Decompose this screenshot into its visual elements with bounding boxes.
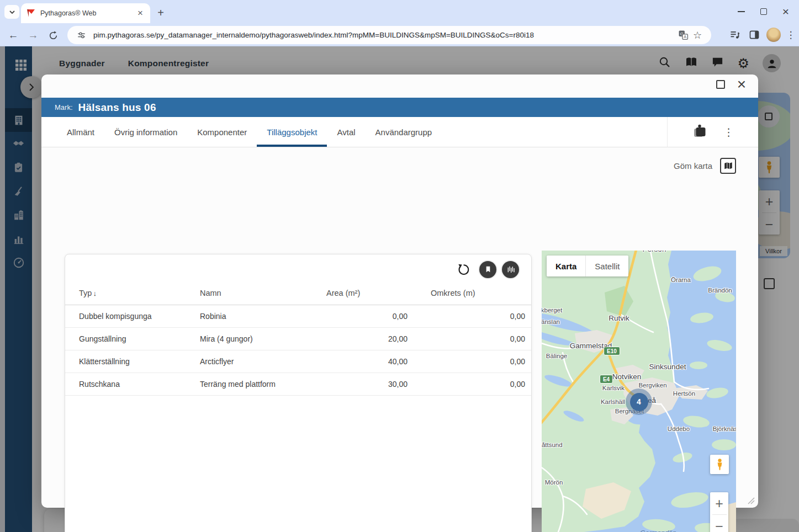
map-label-b-linge: Bälinge — [546, 353, 567, 359]
tab-vrig-information[interactable]: Övrig information — [104, 117, 187, 147]
map-cluster-marker[interactable]: 4 — [626, 389, 652, 415]
cluster-count: 4 — [630, 393, 648, 411]
map-label-pers-n: Persön — [643, 251, 666, 253]
cell-omkrets: 0,00 — [408, 312, 525, 321]
forward-button[interactable]: → — [25, 28, 41, 43]
dialog-close-button[interactable]: × — [737, 80, 746, 89]
map-label-notviken: Notviken — [612, 373, 642, 381]
tab-avtal[interactable]: Avtal — [327, 117, 365, 147]
tab-close-icon[interactable]: × — [136, 8, 145, 19]
map-zoom-control: + − — [710, 492, 728, 532]
browser-window: Pythagoras® Web × + × ← → pim.pythagoras… — [0, 0, 799, 532]
dialog-header: Mark: Hälsans hus 06 — [41, 98, 758, 117]
table-row[interactable]: GungställningMira (4 gungor)20,000,00 — [65, 328, 531, 350]
map-label-nslan: änslan — [542, 318, 560, 325]
column-header-typ[interactable]: Typ↓ — [65, 289, 200, 297]
site-settings-icon[interactable] — [74, 28, 88, 42]
window-minimize-button[interactable] — [738, 11, 745, 12]
dialog-body: Göm karta Typ↓NamnArea (m — [41, 147, 758, 508]
svg-text:A: A — [684, 35, 686, 39]
objects-table-card: Typ↓NamnArea (m²)Omkrets (m) Dubbel komp… — [65, 254, 532, 532]
map-type-satellit[interactable]: Satellit — [585, 256, 628, 276]
pin-object-icon[interactable] — [692, 124, 707, 141]
dialog-maximize-button[interactable] — [716, 80, 725, 89]
object-type-label: Mark: — [55, 103, 73, 111]
cell-namn: Robinia — [200, 312, 326, 321]
bookmark-button[interactable] — [479, 261, 496, 278]
folded-map-icon — [723, 161, 733, 171]
dialog-menu-icon[interactable]: ⋮ — [723, 126, 733, 139]
cell-omkrets: 0,00 — [408, 334, 525, 343]
table-row[interactable]: RutschkanaTerräng med plattform30,000,00 — [65, 373, 531, 396]
cell-namn: Arcticflyer — [200, 357, 326, 366]
tab-komponenter[interactable]: Komponenter — [187, 117, 257, 147]
columns-icon — [506, 265, 515, 274]
map-label-herts-n: Hertsön — [673, 390, 695, 397]
window-maximize-button[interactable] — [760, 8, 767, 15]
window-close-button[interactable]: × — [782, 8, 789, 15]
map-panel[interactable]: PersönÖrarnaBrändönkbergetänslanRutvikGa… — [542, 251, 736, 532]
cell-area: 30,00 — [326, 380, 408, 389]
table-rows: Dubbel kompisgungaRobinia0,000,00Gungstä… — [65, 305, 531, 396]
dialog-title: Hälsans hus 06 — [78, 102, 156, 114]
cell-area: 20,00 — [326, 334, 408, 343]
map-label-m-r-n: Mörön — [545, 479, 563, 486]
cell-namn: Terräng med plattform — [200, 380, 326, 389]
cell-typ: Gungställning — [65, 334, 200, 343]
tab-title: Pythagoras® Web — [40, 9, 136, 17]
reload-icon — [49, 31, 58, 40]
dialog-resize-handle[interactable] — [745, 494, 755, 504]
hide-map-button[interactable] — [720, 158, 736, 174]
table-header: Typ↓NamnArea (m²)Omkrets (m) — [65, 281, 531, 305]
map-label-karlsvik: Karlsvik — [602, 385, 625, 391]
column-settings-button[interactable] — [502, 261, 519, 278]
map-label-germand-n: Germandön — [640, 529, 676, 532]
map-label-sinksundet: Sinksundet — [649, 363, 686, 371]
new-tab-button[interactable]: + — [154, 6, 168, 20]
zoom-out-button[interactable]: − — [710, 515, 728, 532]
column-header-area-m[interactable]: Area (m²) — [326, 289, 408, 297]
map-type-karta[interactable]: Karta — [547, 256, 585, 276]
hide-map-label: Göm karta — [674, 161, 712, 171]
column-header-omkrets-m[interactable]: Omkrets (m) — [408, 289, 525, 297]
undo-icon — [457, 263, 470, 276]
dialog-tabs: AllmäntÖvrig informationKomponenterTillä… — [41, 117, 758, 147]
map-label-br-nd-n: Brändön — [708, 287, 732, 294]
tab-search-button[interactable] — [4, 5, 19, 19]
side-panel-icon[interactable] — [747, 28, 761, 42]
media-controls-icon[interactable] — [728, 28, 742, 42]
bookmark-icon — [484, 265, 493, 274]
pegman-icon — [715, 458, 724, 471]
browser-menu-icon[interactable]: ⋮ — [786, 29, 796, 41]
table-row[interactable]: Dubbel kompisgungaRobinia0,000,00 — [65, 305, 531, 328]
cell-omkrets: 0,00 — [408, 380, 525, 389]
browser-profile-avatar[interactable] — [766, 28, 781, 42]
browser-toolbar: ← → pim.pythagoras.se/py_datamanager_int… — [0, 23, 799, 46]
address-bar[interactable]: pim.pythagoras.se/py_datamanager_interna… — [67, 26, 711, 44]
zoom-in-button[interactable]: + — [710, 492, 728, 514]
map-label-uddebo: Uddebo — [668, 425, 690, 432]
back-button[interactable]: ← — [6, 28, 21, 43]
undo-button[interactable] — [456, 262, 470, 276]
tab-allm-nt[interactable]: Allmänt — [57, 117, 104, 147]
tab-till-ggsobjekt[interactable]: Tilläggsobjekt — [257, 117, 327, 147]
cell-typ: Dubbel kompisgunga — [65, 312, 200, 321]
cell-omkrets: 0,00 — [408, 357, 525, 366]
tab-anv-ndargrupp[interactable]: Användargrupp — [366, 117, 442, 147]
url-text[interactable]: pim.pythagoras.se/py_datamanager_interna… — [93, 31, 676, 39]
translate-icon[interactable]: GA — [676, 28, 690, 42]
pegman-button[interactable] — [710, 455, 729, 474]
sort-arrow-icon: ↓ — [93, 289, 97, 297]
column-header-namn[interactable]: Namn — [200, 289, 326, 297]
chevron-down-icon — [9, 9, 15, 15]
browser-tab[interactable]: Pythagoras® Web × — [21, 3, 150, 23]
table-row[interactable]: KlätterställningArcticflyer40,000,00 — [65, 350, 531, 373]
map-label-karlsh-ll: Karlshäll — [601, 398, 625, 405]
bookmark-star-icon[interactable]: ☆ — [690, 28, 705, 42]
reload-button[interactable] — [45, 28, 61, 43]
cell-area: 40,00 — [326, 357, 408, 366]
map-label-bj-rkn-s: Björknäs — [713, 425, 736, 432]
pythagoras-logo-icon — [27, 9, 35, 18]
cell-area: 0,00 — [326, 312, 408, 321]
map-label-kberget: kberget — [542, 307, 562, 313]
